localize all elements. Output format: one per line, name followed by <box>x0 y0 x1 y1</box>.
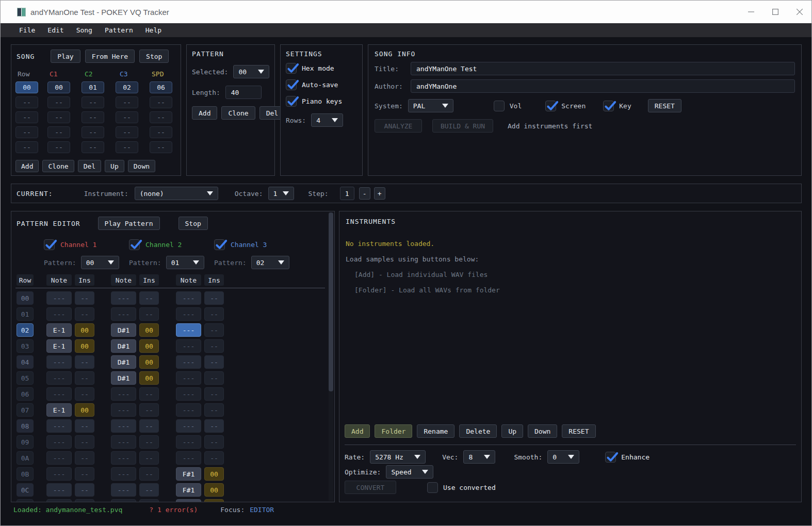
instrument-delete-button[interactable]: Delete <box>459 424 497 438</box>
note-cell[interactable]: --- <box>176 371 201 385</box>
instrument-dropdown[interactable]: (none) <box>135 187 218 200</box>
note-cell[interactable]: F#1 <box>176 499 201 502</box>
note-cell[interactable]: D#1 <box>111 371 136 385</box>
screen-checkbox-row[interactable]: Screen <box>545 100 586 112</box>
instrument-cell[interactable]: -- <box>139 499 159 502</box>
key-checkbox-row[interactable]: Key <box>603 100 631 112</box>
step-decrement-button[interactable]: - <box>359 187 370 200</box>
menu-file[interactable]: File <box>13 24 41 36</box>
row-number[interactable]: 06 <box>17 387 34 401</box>
note-cell[interactable]: --- <box>46 371 72 385</box>
instrument-cell[interactable]: 00 <box>139 355 159 369</box>
channel-3-pattern-dropdown[interactable]: 02 <box>251 256 289 269</box>
row-number[interactable]: 05 <box>17 371 34 385</box>
note-cell[interactable]: --- <box>111 435 136 449</box>
note-cell[interactable]: E-1 <box>46 403 72 417</box>
song-cell[interactable]: -- <box>15 96 38 108</box>
song-cell[interactable]: -- <box>15 141 38 153</box>
enhance-checkbox-row[interactable]: Enhance <box>605 451 649 463</box>
channel-2-toggle[interactable]: Channel 2 <box>129 239 182 250</box>
note-cell[interactable]: --- <box>176 291 201 305</box>
song-row-clone-button[interactable]: Clone <box>42 160 74 172</box>
instrument-cell[interactable]: 00 <box>139 323 159 337</box>
instrument-rename-button[interactable]: Rename <box>417 424 454 438</box>
song-row-up-button[interactable]: Up <box>105 160 124 172</box>
note-cell[interactable]: --- <box>111 307 136 321</box>
note-cell[interactable]: --- <box>111 387 136 401</box>
note-cell[interactable]: D#1 <box>111 355 136 369</box>
instrument-cell[interactable]: -- <box>75 435 94 449</box>
note-cell[interactable]: D#1 <box>111 323 136 337</box>
instrument-cell[interactable]: -- <box>139 419 159 433</box>
row-number[interactable]: 0C <box>17 483 34 497</box>
note-cell[interactable]: --- <box>46 387 72 401</box>
note-cell[interactable]: E-1 <box>46 339 72 353</box>
song-cell[interactable]: -- <box>47 96 70 108</box>
note-cell[interactable]: --- <box>46 355 72 369</box>
optimize-dropdown[interactable]: Speed <box>386 465 433 479</box>
song-row-add-button[interactable]: Add <box>15 160 39 172</box>
song-row-del-button[interactable]: Del <box>78 160 101 172</box>
note-cell[interactable]: --- <box>176 435 201 449</box>
song-cell[interactable]: 06 <box>150 81 172 93</box>
instrument-cell[interactable]: 00 <box>204 483 224 497</box>
note-cell[interactable]: F#1 <box>176 467 201 481</box>
song-cell[interactable]: -- <box>116 141 138 153</box>
setting-piano-keys[interactable]: Piano keys <box>286 95 357 107</box>
instrument-cell[interactable]: -- <box>204 435 224 449</box>
note-cell[interactable]: --- <box>46 307 72 321</box>
instrument-cell[interactable]: -- <box>75 499 94 502</box>
hex-mode-checkbox[interactable] <box>286 63 297 74</box>
note-cell[interactable]: --- <box>111 451 136 465</box>
song-cell[interactable]: -- <box>150 111 172 123</box>
instrument-cell[interactable]: -- <box>75 291 94 305</box>
instrument-cell[interactable]: 00 <box>204 467 224 481</box>
channel-2-checkbox[interactable] <box>129 239 140 250</box>
instrument-folder-button[interactable]: Folder <box>375 424 412 438</box>
song-cell[interactable]: -- <box>82 126 104 138</box>
song-row-down-button[interactable]: Down <box>128 160 155 172</box>
instrument-reset-button[interactable]: RESET <box>562 424 595 438</box>
row-number[interactable]: 07 <box>17 403 34 417</box>
screen-checkbox[interactable] <box>545 101 556 111</box>
song-cell[interactable]: -- <box>150 141 172 153</box>
note-cell[interactable]: --- <box>176 419 201 433</box>
note-cell[interactable]: --- <box>111 483 136 497</box>
editor-stop-button[interactable]: Stop <box>178 217 208 230</box>
song-cell[interactable]: -- <box>150 126 172 138</box>
row-number[interactable]: 01 <box>17 307 34 321</box>
instrument-cell[interactable]: -- <box>204 291 224 305</box>
instrument-cell[interactable]: -- <box>204 307 224 321</box>
key-checkbox[interactable] <box>603 101 614 111</box>
instrument-cell[interactable]: -- <box>204 339 224 353</box>
song-from-here-button[interactable]: From Here <box>85 50 135 63</box>
instrument-cell[interactable]: -- <box>139 403 159 417</box>
note-cell[interactable]: --- <box>176 323 201 337</box>
instrument-cell[interactable]: 00 <box>204 499 224 502</box>
note-cell[interactable]: --- <box>111 499 136 502</box>
title-input[interactable]: andYManOne Test <box>411 62 795 75</box>
instrument-cell[interactable]: -- <box>204 403 224 417</box>
instrument-cell[interactable]: 00 <box>75 323 94 337</box>
row-number[interactable]: 0B <box>17 467 34 481</box>
song-cell[interactable]: -- <box>47 111 70 123</box>
instrument-cell[interactable]: -- <box>75 355 94 369</box>
note-cell[interactable]: --- <box>46 291 72 305</box>
convert-button[interactable]: CONVERT <box>345 481 396 494</box>
instrument-cell[interactable]: -- <box>139 291 159 305</box>
vol-checkbox-row[interactable]: Vol <box>494 100 522 112</box>
instrument-cell[interactable]: -- <box>139 387 159 401</box>
note-cell[interactable]: --- <box>46 451 72 465</box>
song-cell[interactable]: -- <box>47 141 70 153</box>
channel-1-checkbox[interactable] <box>44 239 55 250</box>
note-cell[interactable]: E-1 <box>46 323 72 337</box>
instrument-cell[interactable]: 00 <box>139 371 159 385</box>
channel-1-pattern-dropdown[interactable]: 00 <box>81 256 119 269</box>
maximize-button[interactable] <box>763 1 787 23</box>
song-play-button[interactable]: Play <box>51 50 80 63</box>
author-input[interactable]: andYManOne <box>411 79 795 93</box>
note-cell[interactable]: --- <box>111 291 136 305</box>
pattern-length-input[interactable]: 40 <box>225 86 262 99</box>
song-cell[interactable]: -- <box>116 111 138 123</box>
setting-hex-mode[interactable]: Hex mode <box>286 62 357 74</box>
